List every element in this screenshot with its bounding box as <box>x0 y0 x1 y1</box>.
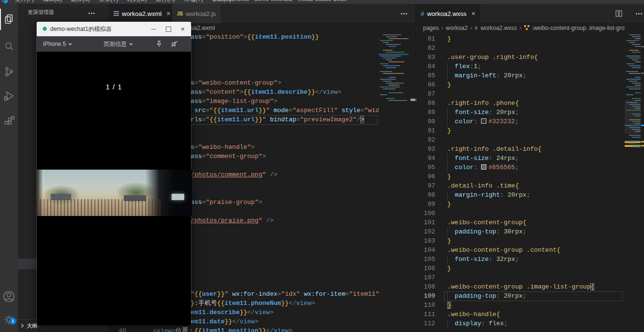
minimap-row <box>629 135 641 136</box>
minimap-row <box>635 115 641 116</box>
minimize-button[interactable] <box>146 22 161 36</box>
code-line[interactable]: 101.weibo-content-group{ <box>416 218 625 227</box>
code-line[interactable]: 86} <box>416 80 625 89</box>
minimap-row <box>632 114 641 115</box>
code-line[interactable]: 94 font-size: 24rpx; <box>416 154 625 163</box>
breadcrumb[interactable]: pages›workoa2›#workoa2.wxss›.weibo-conte… <box>416 23 644 33</box>
code-line[interactable]: 100 <box>416 209 625 218</box>
source-control-icon[interactable] <box>3 66 15 78</box>
split-editor-icon[interactable] <box>615 10 623 17</box>
menu-item[interactable]: 编辑(E) <box>38 0 66 4</box>
line-number: 111 <box>416 310 435 319</box>
device-selector[interactable]: iPhone 5 <box>43 36 72 52</box>
weibo-photo[interactable] <box>37 170 192 216</box>
simulator-window[interactable]: demo-wechat1的模拟器 × iPhone 5 页面信息 1 / 1 <box>36 22 191 325</box>
tab-workoa2-js[interactable]: JS workoa2.js <box>172 4 221 23</box>
code-line[interactable]: 46 <view>位置：{{item11.position}}</view> <box>109 326 379 332</box>
tab-bar-left: workoa2.wxml × JS workoa2.js <box>109 4 416 23</box>
tab-label: workoa2.wxss <box>427 10 467 17</box>
line-number: 91 <box>416 126 435 135</box>
menu-bar: 文件(F)编辑(E)选择(S)查看(V)转到(G)运行(R)终端(T)帮助(H)… <box>0 0 644 4</box>
code-line[interactable]: 111.weibo-handle{ <box>416 310 625 319</box>
menu-item[interactable]: 查看(V) <box>94 0 122 4</box>
editor-more-actions-icon[interactable] <box>636 13 637 14</box>
overview-ruler-mark <box>641 145 644 146</box>
code-line[interactable]: 95 color: #656565; <box>416 163 625 172</box>
code-line[interactable]: 99} <box>416 200 625 209</box>
line-number: 106 <box>416 264 435 273</box>
extensions-icon[interactable] <box>3 115 15 127</box>
close-button[interactable]: × <box>176 22 190 36</box>
minimap-row <box>386 98 395 99</box>
explorer-more-actions-icon[interactable] <box>88 13 90 14</box>
code-line[interactable]: 82 <box>416 43 625 53</box>
search-icon[interactable] <box>3 41 15 53</box>
minimap-row <box>380 79 396 80</box>
code-line[interactable]: 110} <box>416 301 625 310</box>
pin-icon[interactable] <box>155 40 163 48</box>
code-text: padding-top: 30rpx; <box>447 227 527 236</box>
run-debug-icon[interactable] <box>3 90 15 102</box>
maximize-button[interactable] <box>161 22 176 36</box>
code-line[interactable]: 84 flex:1; <box>416 62 625 71</box>
simulator-titlebar[interactable]: demo-wechat1的模拟器 × <box>37 22 191 36</box>
code-line[interactable]: 81} <box>416 34 625 43</box>
code-line[interactable]: 107 <box>416 273 625 282</box>
js-file-icon: JS <box>177 11 183 16</box>
minimap-row <box>626 71 638 72</box>
code-line[interactable]: 89 font-size: 20rpx; <box>416 108 625 117</box>
close-tab-icon[interactable]: × <box>166 10 170 17</box>
minimap-left[interactable] <box>379 32 409 105</box>
code-line[interactable]: 104.weibo-content-group .content{ <box>416 245 625 255</box>
line-number: 100 <box>416 209 435 218</box>
close-tab-icon[interactable]: × <box>471 10 475 17</box>
code-line[interactable]: 112 display: flex; <box>416 319 625 328</box>
breadcrumb-separator: › <box>468 24 474 31</box>
phone-screen[interactable]: 1 / 1 <box>37 52 191 325</box>
code-line[interactable]: 91} <box>416 126 625 135</box>
code-line[interactable]: 109 padding-top: 20rpx; <box>416 291 625 301</box>
code-line[interactable]: 83.user-group .right-info{ <box>416 53 625 62</box>
editor-more-actions-icon[interactable] <box>401 13 402 14</box>
minimap-right[interactable] <box>625 32 641 153</box>
editor-wxss[interactable]: 81}8283.user-group .right-info{84 flex:1… <box>416 34 625 332</box>
menu-item[interactable]: 选择(S) <box>66 0 94 4</box>
code-line[interactable]: 103} <box>416 236 625 245</box>
menu-item[interactable]: 终端(T) <box>179 0 207 4</box>
minimap-row <box>635 100 641 101</box>
code-text: font-size: 32rpx; <box>447 255 519 264</box>
code-line[interactable]: 106} <box>416 264 625 273</box>
menu-item[interactable]: 文件(F) <box>11 0 38 4</box>
code-line[interactable]: 108.weibo-content-group .image-list-grou… <box>416 282 625 291</box>
explorer-icon[interactable] <box>3 13 15 25</box>
line-number: 87 <box>416 89 435 99</box>
code-line[interactable]: 102 padding-top: 30rpx; <box>416 227 625 236</box>
account-icon[interactable] <box>3 290 15 303</box>
menu-item[interactable]: 转到(G) <box>122 0 151 4</box>
minimap-row <box>386 44 401 45</box>
minimap-row <box>632 36 641 37</box>
minimap-row <box>635 123 641 124</box>
code-line[interactable]: 96} <box>416 172 625 181</box>
mute-icon[interactable] <box>171 40 178 48</box>
code-line[interactable]: 88.right-info .phone{ <box>416 99 625 108</box>
breadcrumb-item[interactable]: workoa2 <box>446 25 468 31</box>
menu-item[interactable]: 运行(R) <box>151 0 180 4</box>
code-line[interactable]: 105 font-size: 32rpx; <box>416 255 625 264</box>
minimap-row <box>632 137 641 138</box>
code-line[interactable]: 98 margin-right: 20rpx; <box>416 190 625 200</box>
breadcrumb-item[interactable]: workoa2.wxss <box>481 25 517 31</box>
code-line[interactable]: 93.right-info .detail-info{ <box>416 144 625 154</box>
page-info-selector[interactable]: 页面信息 <box>103 36 133 52</box>
code-line[interactable]: 85 margin-left: 20rpx; <box>416 71 625 80</box>
code-text: margin-left: 20rpx; <box>447 71 527 80</box>
code-line[interactable]: 92 <box>416 135 625 144</box>
tab-workoa2-wxss[interactable]: # workoa2.wxss × <box>416 4 480 23</box>
code-line[interactable]: 90 color: #323232; <box>416 117 625 126</box>
breadcrumb-item[interactable]: .weibo-content-group .image-list-gro <box>532 25 625 31</box>
breadcrumb-item[interactable]: pages <box>423 25 439 31</box>
code-line[interactable]: 97.detail-info .time{ <box>416 181 625 190</box>
code-line[interactable]: 87 <box>416 89 625 99</box>
tab-workoa2-wxml[interactable]: workoa2.wxml × <box>109 4 176 23</box>
wxss-file-icon: # <box>475 23 478 33</box>
